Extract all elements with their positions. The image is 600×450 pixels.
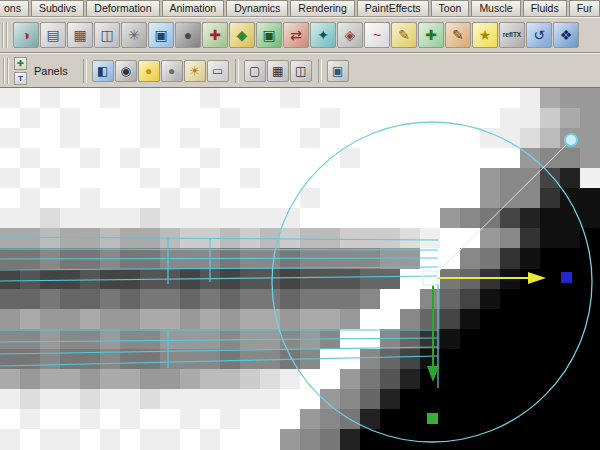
shelf-tab-subdivs[interactable]: Subdivs: [31, 0, 84, 16]
shelf-tab-rendering[interactable]: Rendering: [290, 0, 354, 16]
shelf-tab-fluids[interactable]: Fluids: [523, 0, 567, 16]
shelf-icon-10[interactable]: ▣: [256, 22, 282, 48]
shelf-icon-4[interactable]: ◫: [94, 22, 120, 48]
shelf-tab-bar: onsSubdivsDeformationAnimationDynamicsRe…: [0, 0, 600, 17]
panels-icon-select-box-glyph: ▭: [212, 65, 223, 77]
shelf-icon-3-glyph: ▦: [73, 28, 86, 42]
shelf-grip-handle[interactable]: [2, 22, 10, 48]
shelf-icon-2-glyph: ▤: [46, 28, 59, 42]
shelf-icon-20[interactable]: ↺: [526, 22, 552, 48]
panels-icon-yellow-sphere[interactable]: ●: [138, 60, 160, 82]
shelf-icon-12-glyph: ✦: [317, 28, 329, 42]
panels-toolbar: ✚T Panels ◧◉●●☀▭▢▦◫▣: [0, 53, 600, 88]
panels-menu-label[interactable]: Panels: [34, 65, 68, 77]
shelf-icon-15[interactable]: ✎: [391, 22, 417, 48]
shelf-icon-1[interactable]: ◑: [13, 22, 39, 48]
shelf-icon-4-glyph: ◫: [100, 28, 113, 42]
panels-icon-light-glyph: ☀: [189, 65, 200, 77]
panels-icon-gray-sphere[interactable]: ●: [161, 60, 183, 82]
shelf-icon-9-glyph: ◆: [237, 28, 248, 42]
viewport-canvas[interactable]: [0, 88, 600, 450]
shelf-icon-21[interactable]: ❖: [553, 22, 579, 48]
panels-icon-checker-sphere-glyph: ◉: [120, 65, 130, 77]
shelf-icon-3[interactable]: ▦: [67, 22, 93, 48]
shelf-tab-muscle[interactable]: Muscle: [471, 0, 520, 16]
shelf-icon-14[interactable]: ~: [364, 22, 390, 48]
shelf-icon-16[interactable]: ✚: [418, 22, 444, 48]
shelf-icon-7[interactable]: ●: [175, 22, 201, 48]
shelf-icon-17-glyph: ✎: [452, 28, 464, 42]
panels-icon-layout-single-glyph: ▢: [249, 65, 260, 77]
shelf-icon-9[interactable]: ◆: [229, 22, 255, 48]
panels-mini-1[interactable]: ✚: [14, 57, 27, 70]
shelf-icon-18[interactable]: ★: [472, 22, 498, 48]
shelf-tab-animation[interactable]: Animation: [162, 0, 225, 16]
shelf-icon-15-glyph: ✎: [398, 28, 410, 42]
shelf-toolbar: ◑▤▦◫✳▣●✚◆▣⇄✦◈~✎✚✎★reflTX↺❖: [0, 17, 600, 53]
panels-mini-buttons: ✚T: [14, 57, 27, 85]
shelf-icon-6[interactable]: ▣: [148, 22, 174, 48]
panels-icon-share-glyph: ▣: [332, 65, 343, 77]
panels-icon-layout-single[interactable]: ▢: [244, 60, 266, 82]
panels-icon-gray-sphere-glyph: ●: [168, 65, 175, 77]
panels-icon-layout-split[interactable]: ◫: [290, 60, 312, 82]
panels-icon-layout-split-glyph: ◫: [295, 65, 306, 77]
panels-icon-layout-quad-glyph: ▦: [272, 65, 283, 77]
shelf-icon-11-glyph: ⇄: [290, 28, 302, 42]
shelf-icon-13[interactable]: ◈: [337, 22, 363, 48]
panels-icon-light[interactable]: ☀: [184, 60, 206, 82]
shelf-icon-5-glyph: ✳: [128, 28, 140, 42]
panels-icon-share[interactable]: ▣: [327, 60, 349, 82]
shelf-tab-ons[interactable]: ons: [0, 0, 29, 16]
shelf-icon-5[interactable]: ✳: [121, 22, 147, 48]
panels-icon-cube[interactable]: ◧: [92, 60, 114, 82]
shelf-icon-8[interactable]: ✚: [202, 22, 228, 48]
shelf-icon-10-glyph: ▣: [262, 28, 275, 42]
shelf-icons: ◑▤▦◫✳▣●✚◆▣⇄✦◈~✎✚✎★reflTX↺❖: [13, 22, 580, 48]
shelf-icon-13-glyph: ◈: [345, 28, 356, 42]
shelf-icon-12[interactable]: ✦: [310, 22, 336, 48]
toolbar-separator: [235, 59, 239, 83]
shelf-tab-toon[interactable]: Toon: [431, 0, 470, 16]
shelf-icon-7-glyph: ●: [184, 28, 192, 42]
shelf-icon-16-glyph: ✚: [425, 28, 437, 42]
panels-mini-2[interactable]: T: [14, 72, 27, 85]
panels-icon-yellow-sphere-glyph: ●: [145, 65, 152, 77]
shelf-icon-2[interactable]: ▤: [40, 22, 66, 48]
shelf-icon-1-glyph: ◑: [22, 28, 30, 42]
panels-grip-handle[interactable]: [3, 58, 11, 84]
shelf-tab-fur[interactable]: Fur: [569, 0, 600, 16]
shelf-icon-21-glyph: ❖: [560, 28, 573, 42]
panels-icon-select-box[interactable]: ▭: [207, 60, 229, 82]
shelf-tab-deformation[interactable]: Deformation: [86, 0, 159, 16]
shelf-icon-17[interactable]: ✎: [445, 22, 471, 48]
panels-icons: ◧◉●●☀▭▢▦◫▣: [92, 59, 350, 83]
shelf-tab-painteffects[interactable]: PaintEffects: [357, 0, 429, 16]
viewport: [0, 88, 600, 450]
panels-icon-layout-quad[interactable]: ▦: [267, 60, 289, 82]
toolbar-separator: [318, 59, 322, 83]
shelf-icon-20-glyph: ↺: [533, 28, 545, 42]
shelf-icon-refltx[interactable]: reflTX: [499, 22, 525, 48]
shelf-icon-11[interactable]: ⇄: [283, 22, 309, 48]
shelf-icon-8-glyph: ✚: [209, 28, 221, 42]
panels-icon-checker-sphere[interactable]: ◉: [115, 60, 137, 82]
shelf-icon-refltx-glyph: reflTX: [503, 32, 521, 39]
maya-window: onsSubdivsDeformationAnimationDynamicsRe…: [0, 0, 600, 450]
shelf-icon-18-glyph: ★: [479, 28, 492, 42]
toolbar-separator: [83, 59, 87, 83]
shelf-tab-dynamics[interactable]: Dynamics: [226, 0, 288, 16]
shelf-icon-14-glyph: ~: [373, 28, 381, 42]
shelf-icon-6-glyph: ▣: [154, 28, 167, 42]
panels-icon-cube-glyph: ◧: [97, 65, 108, 77]
